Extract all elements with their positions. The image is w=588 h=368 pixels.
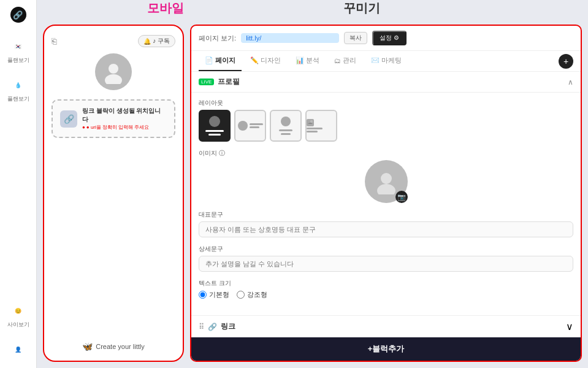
svg-point-2 xyxy=(109,64,118,74)
link-block[interactable]: 🔗 링크 블락이 생성될 위치입니다 ● ● url을 정확히 입력해 주세요 xyxy=(52,99,175,138)
detail-field-group: 상세문구 xyxy=(199,245,573,272)
svg-point-5 xyxy=(310,120,313,123)
drop-icon: 💧 xyxy=(10,77,27,94)
subscribe-button[interactable]: 🔔 ♪ 구독 xyxy=(138,35,175,47)
svg-text:🔗: 🔗 xyxy=(13,10,23,20)
customize-body: 레이아웃 xyxy=(191,93,581,315)
tab-manage[interactable]: 🗂 관리 xyxy=(328,51,362,71)
detail-input[interactable] xyxy=(199,256,573,272)
live-badge: LIVE xyxy=(199,79,214,85)
tab-design-label: 디자인 xyxy=(261,56,281,65)
avatar-area: 📷 xyxy=(199,160,573,203)
profile-chevron-icon: ∧ xyxy=(568,78,573,86)
tab-bar: 📄 페이지 ✏️ 디자인 📊 분석 🗂 관리 ✉️ 마케팅 + xyxy=(191,51,581,72)
svg-point-7 xyxy=(377,184,395,194)
bell-icon: 🔔 xyxy=(143,38,151,45)
subscribe-label: ♪ 구독 xyxy=(153,37,170,45)
link-chain-icon: 🔗 xyxy=(208,323,217,331)
text-size-label: 텍스트 크기 xyxy=(199,279,573,288)
radio-strong[interactable]: 강조형 xyxy=(237,290,267,299)
manage-tab-icon: 🗂 xyxy=(334,57,341,64)
link-block-chain-icon: 🔗 xyxy=(60,110,77,128)
layout-option-1[interactable] xyxy=(199,110,231,142)
tab-marketing-label: 마케팅 xyxy=(381,56,402,65)
main-content: 모바일 꾸미기 ⎗ 🔔 ♪ 구독 🔗 링크 블락이 생성될 위치입니다 ● ● … xyxy=(37,0,588,368)
layout-option-4[interactable] xyxy=(305,110,337,142)
mobile-footer: 🦋 Create your littly xyxy=(82,329,144,351)
detail-label: 상세문구 xyxy=(199,245,573,253)
profile-section-header[interactable]: LIVE 프로필 ∧ xyxy=(191,72,581,93)
error-dot-icon: ● xyxy=(82,125,85,130)
user-icon: 👤 xyxy=(10,341,27,358)
mobile-label: 모바일 xyxy=(147,0,184,17)
customize-panel: 페이지 보기: litt.ly/ 복사 설정 ⚙ 📄 페이지 ✏️ 디자인 📊 … xyxy=(190,25,582,362)
layout-field-group: 레이아웃 xyxy=(199,99,573,142)
sidebar-item-flag[interactable]: 🇰🇷 플랜보기 xyxy=(2,34,34,68)
page-url-display: litt.ly/ xyxy=(241,33,339,43)
bio-field-group: 대표문구 xyxy=(199,210,573,237)
customize-label: 꾸미기 xyxy=(343,0,380,17)
butterfly-icon: 🦋 xyxy=(82,342,93,351)
radio-strong-label: 강조형 xyxy=(247,290,267,299)
design-tab-icon: ✏️ xyxy=(250,56,259,64)
mobile-preview-panel: ⎗ 🔔 ♪ 구독 🔗 링크 블락이 생성될 위치입니다 ● ● url을 정확히… xyxy=(43,25,184,362)
tab-page-label: 페이지 xyxy=(215,56,235,65)
link-section[interactable]: ⠿ 🔗 링크 ∨ xyxy=(191,315,581,337)
link-block-error: ● ● url을 정확히 입력해 주세요 xyxy=(82,124,167,131)
mobile-topbar: ⎗ 🔔 ♪ 구독 xyxy=(52,35,175,47)
external-link-icon[interactable]: ⎗ xyxy=(52,36,56,46)
camera-button[interactable]: 📷 xyxy=(395,191,408,203)
layout-option-3[interactable] xyxy=(270,110,302,142)
copy-button[interactable]: 복사 xyxy=(344,32,367,44)
tab-analytics-label: 분석 xyxy=(306,56,319,65)
image-field-group: 이미지 ⓘ 📷 xyxy=(199,149,573,203)
link-block-title: 링크 블락이 생성될 위치입니다 xyxy=(82,107,167,124)
tab-page[interactable]: 📄 페이지 xyxy=(199,51,242,71)
radio-strong-input[interactable] xyxy=(237,291,245,299)
text-size-radio-group: 기본형 강조형 xyxy=(199,290,573,299)
sidebar-item-drop-label: 플랜보기 xyxy=(7,95,29,103)
sidebar-item-smile[interactable]: 😊 사이보기 xyxy=(2,299,34,332)
sidebar-item-feed-label: 플랜보기 xyxy=(7,56,29,64)
settings-button[interactable]: 설정 ⚙ xyxy=(372,31,407,45)
radio-basic[interactable]: 기본형 xyxy=(199,290,229,299)
tab-manage-label: 관리 xyxy=(343,56,356,65)
app-logo: 🔗 xyxy=(10,6,27,23)
add-block-button[interactable]: +블럭추가 xyxy=(191,337,581,361)
svg-point-6 xyxy=(381,173,392,184)
page-tab-icon: 📄 xyxy=(205,56,213,64)
profile-section-header-left: LIVE 프로필 xyxy=(199,77,240,87)
link-section-chevron-icon: ∨ xyxy=(566,321,573,332)
profile-avatar[interactable]: 📷 xyxy=(365,160,408,203)
error-message: ● url을 정확히 입력해 주세요 xyxy=(86,124,150,131)
marketing-tab-icon: ✉️ xyxy=(371,56,380,64)
sidebar-item-drop[interactable]: 💧 플랜보기 xyxy=(2,73,34,107)
link-section-left: ⠿ 🔗 링크 xyxy=(199,321,235,332)
smile-icon: 😊 xyxy=(10,302,27,320)
tab-design[interactable]: ✏️ 디자인 xyxy=(244,51,287,71)
radio-basic-input[interactable] xyxy=(199,291,207,299)
layout-label: 레이아웃 xyxy=(199,99,573,107)
text-size-field-group: 텍스트 크기 기본형 강조형 xyxy=(199,279,573,299)
image-label: 이미지 ⓘ xyxy=(199,149,573,158)
footer-text: Create your littly xyxy=(96,343,144,350)
sidebar: 🔗 🇰🇷 플랜보기 💧 플랜보기 😊 사이보기 👤 xyxy=(0,0,37,368)
bio-input[interactable] xyxy=(199,221,573,237)
sidebar-item-smile-label: 사이보기 xyxy=(7,321,29,329)
bio-label: 대표문구 xyxy=(199,210,573,219)
customize-topbar: 페이지 보기: litt.ly/ 복사 설정 ⚙ xyxy=(191,26,581,51)
add-tab-button[interactable]: + xyxy=(559,54,573,69)
flag-icon: 🇰🇷 xyxy=(10,38,27,55)
tab-marketing[interactable]: ✉️ 마케팅 xyxy=(365,51,408,71)
layout-option-2[interactable] xyxy=(234,110,266,142)
link-section-title: 링크 xyxy=(221,321,235,332)
layout-options xyxy=(199,110,573,142)
mobile-avatar xyxy=(95,53,132,90)
radio-basic-label: 기본형 xyxy=(209,290,229,299)
tab-analytics[interactable]: 📊 분석 xyxy=(289,51,326,71)
profile-section-title: 프로필 xyxy=(218,77,240,87)
sidebar-item-user[interactable]: 👤 xyxy=(2,337,34,362)
svg-point-3 xyxy=(105,74,122,84)
drag-handle-icon: ⠿ xyxy=(199,323,204,331)
analytics-tab-icon: 📊 xyxy=(296,56,304,64)
